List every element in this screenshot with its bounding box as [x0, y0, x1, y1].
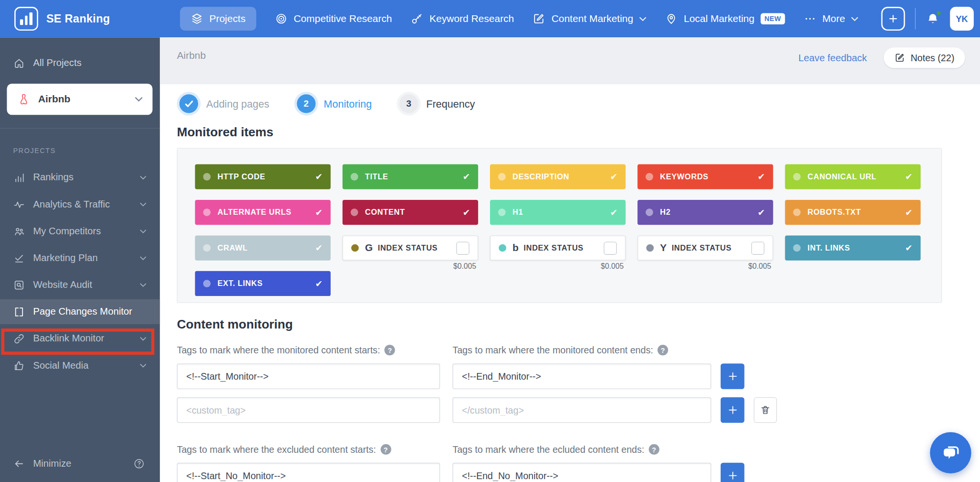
nav-item-content-marketing[interactable]: Content Marketing — [533, 7, 646, 31]
sidebar-minimize[interactable]: Minimize — [0, 452, 160, 475]
nav-item-local-marketing[interactable]: Local MarketingNEW — [665, 7, 785, 31]
monitored-item-index-status-google[interactable]: GINDEX STATUS$0.005 — [343, 235, 478, 260]
brand[interactable]: SE Ranking — [14, 7, 110, 31]
custom-start-tag-input[interactable] — [177, 397, 440, 423]
excluded-end-input[interactable] — [453, 463, 712, 482]
badge-label: H2 — [660, 208, 670, 217]
status-dot — [203, 208, 211, 216]
badge-label: KEYWORDS — [660, 172, 708, 181]
check-icon: ✔ — [463, 208, 470, 218]
step-label: Monitoring — [323, 98, 372, 110]
sidebar-item-marketing-plan[interactable]: Marketing Plan — [0, 245, 160, 270]
nav-item-projects[interactable]: Projects — [180, 7, 256, 31]
status-dot — [793, 208, 801, 216]
monitored-item-crawl[interactable]: CRAWL✔ — [195, 235, 331, 260]
monitored-item-description[interactable]: DESCRIPTION✔ — [490, 164, 625, 189]
sidebar-item-rankings[interactable]: Rankings — [0, 165, 160, 190]
help-icon[interactable]: ? — [649, 444, 659, 455]
status-dot — [203, 173, 211, 181]
monitored-item-canonical-url[interactable]: CANONICAL URL✔ — [785, 164, 920, 189]
leave-feedback-link[interactable]: Leave feedback — [799, 52, 867, 64]
excluded-start-input[interactable] — [177, 463, 440, 482]
monitored-item-index-status-yandex[interactable]: YINDEX STATUS$0.005 — [637, 235, 773, 260]
monitored-item-title[interactable]: TITLE✔ — [343, 164, 478, 189]
notifications-bell-icon[interactable] — [925, 11, 940, 26]
add-tag-row-button[interactable] — [721, 397, 745, 423]
chat-widget-button[interactable] — [930, 432, 971, 473]
help-icon[interactable]: ? — [657, 345, 668, 355]
step-check-icon — [179, 94, 198, 113]
badge-label: ROBOTS.TXT — [808, 208, 861, 217]
monitored-end-input[interactable] — [453, 363, 712, 389]
monitored-item-keywords[interactable]: KEYWORDS✔ — [637, 164, 773, 189]
sidebar-item-website-audit[interactable]: Website Audit — [0, 272, 160, 297]
notes-button[interactable]: Notes (22) — [884, 47, 965, 68]
monitored-item-h1[interactable]: H1✔ — [490, 200, 625, 225]
index-status-checkbox[interactable] — [751, 241, 764, 254]
add-tag-row-button[interactable] — [721, 363, 745, 389]
notes-label: Notes (22) — [911, 53, 954, 63]
step-monitoring[interactable]: 2Monitoring — [297, 94, 372, 113]
sidebar-item-page-changes-monitor[interactable]: Page Changes Monitor — [0, 299, 160, 324]
step-number: 3 — [400, 94, 418, 113]
layers-icon — [190, 12, 203, 25]
user-avatar[interactable]: YK — [950, 7, 974, 31]
step-adding-pages[interactable]: Adding pages — [179, 94, 269, 113]
sidebar-item-analytics-traffic[interactable]: Analytics & Traffic — [0, 192, 160, 217]
nav-item-keyword-research[interactable]: Keyword Research — [411, 7, 514, 31]
sidebar-item-label: My Competitors — [33, 226, 101, 237]
monitored-item-int-links[interactable]: INT. LINKS✔ — [785, 235, 920, 260]
edit-square-icon — [533, 12, 545, 25]
yandex-icon: Y — [660, 243, 667, 253]
monitored-item-alternate-urls[interactable]: ALTERNATE URLS✔ — [195, 200, 331, 225]
bing-icon: b — [512, 243, 519, 253]
chevron-down-icon — [140, 229, 146, 233]
monitored-item-ext-links[interactable]: EXT. LINKS✔ — [195, 271, 331, 296]
status-dot — [793, 173, 801, 181]
custom-end-tag-input[interactable] — [453, 397, 712, 423]
project-selector[interactable]: Airbnb — [7, 84, 152, 115]
index-status-checkbox[interactable] — [604, 241, 617, 254]
chevron-down-icon — [140, 336, 146, 340]
sidebar-item-social-media[interactable]: Social Media — [0, 353, 160, 378]
sidebar-item-all-projects[interactable]: All Projects — [0, 51, 160, 76]
index-status-checkbox[interactable] — [456, 241, 469, 254]
help-icon[interactable]: ? — [380, 444, 391, 455]
add-tag-row-button[interactable] — [721, 463, 745, 482]
monitored-start-input[interactable] — [177, 363, 440, 389]
sidebar-item-label: All Projects — [33, 57, 81, 69]
monitored-items-grid: HTTP CODE✔TITLE✔DESCRIPTION✔KEYWORDS✔CAN… — [195, 164, 942, 296]
airbnb-logo-icon — [17, 92, 31, 106]
check-icon: ✔ — [463, 172, 470, 182]
help-icon[interactable] — [133, 458, 145, 470]
check-icon: ✔ — [315, 208, 323, 218]
help-icon[interactable]: ? — [384, 345, 395, 355]
delete-tag-row-button[interactable] — [754, 397, 777, 423]
monitored-items-title: Monitored items — [177, 125, 980, 139]
excluded-end-label: Tags to mark where the ecluded content e… — [453, 444, 728, 455]
monitored-item-robots-txt[interactable]: ROBOTS.TXT✔ — [785, 200, 920, 225]
badge-label: CANONICAL URL — [808, 172, 877, 181]
map-pin-icon — [665, 12, 678, 25]
minimize-label: Minimize — [33, 458, 71, 469]
page-changes-icon — [13, 306, 25, 318]
sidebar-item-my-competitors[interactable]: My Competitors — [0, 219, 160, 243]
nav-item-label: Competitive Research — [294, 13, 392, 24]
step-frequency[interactable]: 3Frequency — [400, 94, 475, 113]
add-project-button[interactable] — [881, 7, 905, 31]
monitored-item-h2[interactable]: H2✔ — [637, 200, 773, 225]
badge-label: CRAWL — [218, 243, 248, 252]
nav-item-label: Keyword Research — [430, 13, 514, 24]
website-audit-icon — [13, 279, 25, 291]
monitored-item-http-code[interactable]: HTTP CODE✔ — [195, 164, 331, 189]
monitored-item-content[interactable]: CONTENT✔ — [343, 200, 478, 225]
badge-label: TITLE — [365, 172, 389, 181]
nav-item-competitive-research[interactable]: Competitive Research — [275, 7, 392, 31]
sidebar-item-backlink-monitor[interactable]: Backlink Monitor — [0, 326, 160, 351]
chevron-down-icon — [140, 256, 146, 260]
check-icon: ✔ — [315, 243, 323, 253]
nav-item-more[interactable]: More — [803, 7, 858, 31]
status-dot — [351, 244, 359, 252]
monitored-item-index-status-bing[interactable]: bINDEX STATUS$0.005 — [490, 235, 625, 260]
price-label: $0.005 — [748, 262, 771, 270]
